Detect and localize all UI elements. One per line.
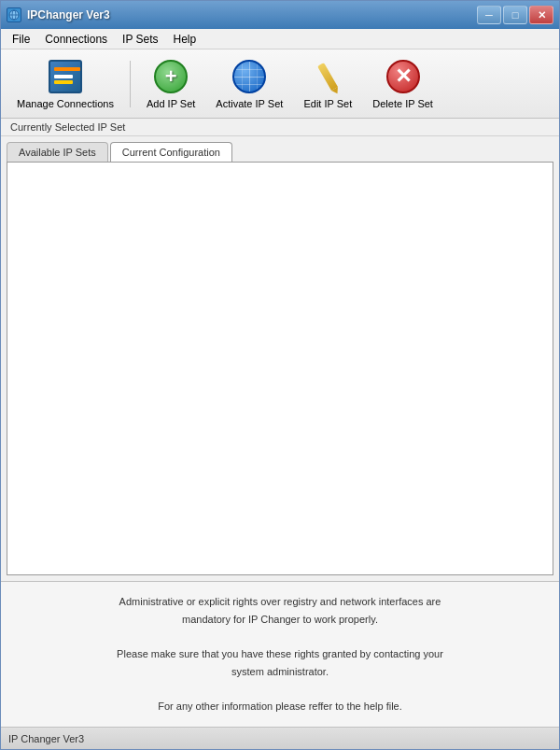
manage-connections-button[interactable]: Manage Connections — [8, 53, 122, 114]
toolbar-separator-1 — [130, 61, 131, 107]
title-bar: IPChanger Ver3 ─ □ ✕ — [1, 1, 559, 29]
status-bar: IP Changer Ver3 — [1, 727, 559, 749]
tab-current-configuration[interactable]: Current Configuration — [110, 142, 232, 162]
app-icon — [7, 7, 21, 22]
selected-ip-set-status: Currently Selected IP Set — [1, 119, 559, 136]
edit-ip-set-label: Edit IP Set — [303, 98, 352, 109]
add-ip-set-label: Add IP Set — [147, 98, 195, 109]
info-panel: Administrative or explicit rights over r… — [1, 581, 559, 727]
menu-file[interactable]: File — [5, 31, 37, 48]
maximize-button[interactable]: □ — [503, 6, 527, 24]
add-icon-graphic — [154, 60, 188, 93]
close-button[interactable]: ✕ — [529, 6, 553, 24]
info-line-5: system administrator. — [57, 663, 503, 681]
main-window: IPChanger Ver3 ─ □ ✕ File Connections IP… — [0, 0, 560, 750]
window-controls: ─ □ ✕ — [477, 6, 553, 24]
activate-ip-set-label: Activate IP Set — [216, 98, 283, 109]
menu-help[interactable]: Help — [166, 31, 204, 48]
manage-connections-icon — [47, 58, 84, 95]
title-bar-left: IPChanger Ver3 — [7, 7, 110, 22]
globe-icon-graphic — [232, 60, 266, 93]
window-title: IPChanger Ver3 — [27, 8, 110, 21]
pencil-graphic — [317, 63, 338, 91]
status-bar-text: IP Changer Ver3 — [8, 733, 84, 744]
activate-ip-set-icon — [231, 58, 268, 95]
menu-bar: File Connections IP Sets Help — [1, 29, 559, 50]
edit-ip-set-icon — [309, 58, 346, 95]
activate-ip-set-button[interactable]: Activate IP Set — [207, 53, 291, 114]
delete-ip-set-label: Delete IP Set — [372, 98, 433, 109]
add-ip-set-icon — [152, 58, 189, 95]
edit-ip-set-button[interactable]: Edit IP Set — [295, 53, 360, 114]
tab-available-ip-sets[interactable]: Available IP Sets — [7, 142, 108, 162]
info-line-1: Administrative or explicit rights over r… — [57, 593, 503, 611]
info-line-2: mandatory for IP Changer to work properl… — [57, 611, 503, 629]
delete-ip-set-icon: ✕ — [385, 58, 422, 95]
menu-ip-sets[interactable]: IP Sets — [115, 31, 165, 48]
manage-connections-label: Manage Connections — [17, 98, 114, 109]
manage-icon-graphic — [49, 60, 82, 93]
delete-icon-graphic: ✕ — [386, 60, 420, 93]
tab-content-area — [7, 162, 553, 575]
delete-ip-set-button[interactable]: ✕ Delete IP Set — [364, 53, 441, 114]
info-line-4: Please make sure that you have these rig… — [57, 645, 503, 663]
info-line-7: For any other information please reffer … — [57, 698, 503, 715]
minimize-button[interactable]: ─ — [477, 6, 501, 24]
tab-strip: Available IP Sets Current Configuration — [7, 142, 553, 162]
add-ip-set-button[interactable]: Add IP Set — [138, 53, 203, 114]
selected-label-text: Currently Selected IP Set — [10, 121, 125, 133]
tab-area: Available IP Sets Current Configuration — [1, 136, 559, 581]
toolbar: Manage Connections Add IP Set Activate I… — [1, 50, 559, 119]
edit-icon-graphic — [311, 60, 344, 93]
menu-connections[interactable]: Connections — [37, 31, 115, 48]
